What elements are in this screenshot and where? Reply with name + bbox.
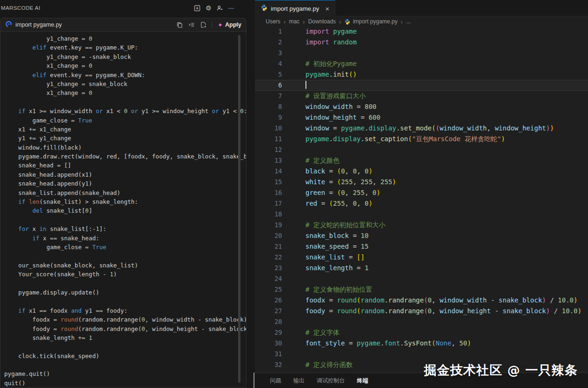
- bottom-tab[interactable]: 问题: [270, 377, 281, 385]
- editor-line[interactable]: 23snake_length = 1: [255, 263, 588, 273]
- bottom-tab[interactable]: 终端: [357, 377, 368, 385]
- editor-line[interactable]: 16green = (0, 255, 0): [255, 187, 588, 198]
- insert-at-cursor-icon[interactable]: [188, 22, 195, 28]
- editor-line[interactable]: 25# 定义食物的初始位置: [255, 284, 588, 295]
- editor-line[interactable]: 4# 初始化Pygame: [255, 58, 588, 69]
- chat-code-line: game_close = True: [4, 116, 240, 125]
- code-block-filename: import pygame.py: [15, 22, 173, 28]
- code-token: snake_length: [305, 264, 353, 272]
- bottom-tab[interactable]: 调试控制台: [317, 377, 345, 385]
- code-token: 0: [353, 167, 356, 175]
- code-token: set_mode: [400, 124, 431, 132]
- line-number: 25: [255, 284, 294, 295]
- code-token: 0: [364, 200, 368, 207]
- editor-line[interactable]: 24: [255, 273, 588, 284]
- editor-line[interactable]: 8window_width = 800: [255, 101, 588, 112]
- editor-line[interactable]: 13# 定义颜色: [255, 155, 588, 166]
- editor-line[interactable]: 15white = (255, 255, 255): [255, 177, 588, 187]
- editor-line[interactable]: 30font_style = pygame.font.SysFont(None,…: [255, 338, 588, 349]
- code-token: # 定义得分函数: [305, 361, 353, 368]
- editor-line-current[interactable]: 6: [255, 80, 588, 91]
- new-file-icon[interactable]: [200, 22, 207, 28]
- editor-line[interactable]: 31: [255, 349, 588, 359]
- code-token: 1: [89, 334, 93, 341]
- editor-line[interactable]: 19# 定义蛇的初始位置和大小: [255, 220, 588, 230]
- code-token: if: [18, 198, 25, 205]
- panel-resize-sash[interactable]: [254, 373, 254, 388]
- editor-line[interactable]: 27foody = round(random.randrange(0, wind…: [255, 306, 588, 316]
- code-token: green: [305, 189, 325, 196]
- breadcrumb-item[interactable]: mac: [289, 18, 300, 25]
- editor-line[interactable]: 11pygame.display.set_caption("豆包MarsCode…: [255, 134, 588, 144]
- more-actions-icon[interactable]: ⋯: [228, 5, 234, 11]
- new-chat-icon[interactable]: [194, 5, 201, 12]
- apply-button[interactable]: ✦ Apply: [218, 22, 241, 29]
- breadcrumb-label: ...: [406, 18, 411, 25]
- code-token: randrange: [388, 296, 424, 304]
- line-content: import random: [294, 37, 357, 48]
- editor-line[interactable]: 26foodx = round(random.randrange(0, wind…: [255, 295, 588, 306]
- line-content: green = (0, 255, 0): [294, 187, 380, 198]
- editor-line[interactable]: 20snake_block = 10: [255, 230, 588, 241]
- account-share-icon[interactable]: [216, 5, 223, 12]
- editor-line[interactable]: 18: [255, 209, 588, 220]
- chat-code-line: pygame.draw.rect(window, red, [foodx, fo…: [4, 152, 240, 161]
- editor-line[interactable]: 22snake_list = []: [255, 252, 588, 263]
- breadcrumb-item[interactable]: Users: [266, 18, 280, 25]
- code-token: y1_change = -snake_block: [4, 53, 131, 60]
- editor-line[interactable]: 5pygame.init(): [255, 69, 588, 80]
- code-token: x1_change =: [4, 89, 89, 96]
- editor-line[interactable]: 9window_height = 600: [255, 112, 588, 123]
- settings-gear-icon[interactable]: ⚙: [205, 5, 211, 11]
- breadcrumb-item[interactable]: import pygame.py: [344, 18, 397, 25]
- code-token: []: [357, 253, 365, 261]
- editor-line[interactable]: 14black = (0, 0, 0): [255, 166, 588, 177]
- breadcrumb-item[interactable]: ...: [406, 18, 411, 25]
- code-token: =: [325, 189, 337, 196]
- code-token: window_width: [305, 103, 353, 110]
- editor-line[interactable]: 12: [255, 144, 588, 155]
- line-number: 24: [255, 273, 294, 284]
- editor-line[interactable]: 3: [255, 48, 588, 58]
- code-token: True: [78, 117, 92, 124]
- code-token: =: [345, 253, 356, 261]
- editor-line[interactable]: 7# 设置游戏窗口大小: [255, 91, 588, 101]
- code-token: ): [369, 200, 372, 207]
- editor-line[interactable]: 1import pygame: [255, 26, 588, 37]
- editor-code-area[interactable]: 1import pygame2import random34# 初始化Pygam…: [255, 26, 588, 373]
- line-content: snake_block = 10: [294, 230, 369, 241]
- editor-line[interactable]: 28: [255, 316, 588, 327]
- code-token: x1 >= window_width: [25, 108, 96, 115]
- code-token: 600: [369, 114, 380, 121]
- code-token: -: [487, 296, 499, 304]
- chat-code-line: if x1 >= window_width or x1 < 0 or y1 >=…: [4, 107, 240, 115]
- code-token: event.key == pygame.K_UP:: [46, 44, 138, 51]
- chat-code-scrollbar[interactable]: [238, 35, 240, 383]
- tab-close-icon[interactable]: ×: [325, 5, 329, 12]
- line-content: window_width = 800: [294, 101, 377, 112]
- code-token: [4, 307, 18, 314]
- code-token: (: [357, 307, 361, 315]
- code-token: elif: [32, 72, 46, 79]
- code-token: 0: [372, 189, 376, 196]
- breadcrumb-item[interactable]: Downloads: [308, 18, 336, 25]
- editor-line[interactable]: 21snake_speed = 15: [255, 241, 588, 252]
- code-token: (: [357, 296, 361, 304]
- chat-code-line: [4, 297, 240, 306]
- copy-icon[interactable]: [176, 22, 183, 28]
- line-number: 6: [255, 80, 294, 91]
- code-token: window_width: [440, 296, 487, 304]
- code-token: round: [337, 307, 356, 315]
- code-token: 0: [89, 35, 93, 42]
- code-token: pygame: [305, 135, 329, 143]
- code-token: ): [542, 296, 546, 304]
- code-token: # 定义颜色: [305, 157, 340, 164]
- editor-line[interactable]: 29# 定义字体: [255, 327, 588, 338]
- marscode-logo-icon: [5, 21, 12, 29]
- editor-line[interactable]: 10window = pygame.display.set_mode((wind…: [255, 123, 588, 134]
- tab-import-pygame[interactable]: import pygame.py ×: [255, 0, 335, 16]
- code-token: , window_width - snake_block) /: [145, 316, 246, 323]
- editor-line[interactable]: 2import random: [255, 37, 588, 48]
- bottom-tab[interactable]: 输出: [293, 377, 305, 385]
- editor-line[interactable]: 17red = (255, 0, 0): [255, 198, 588, 209]
